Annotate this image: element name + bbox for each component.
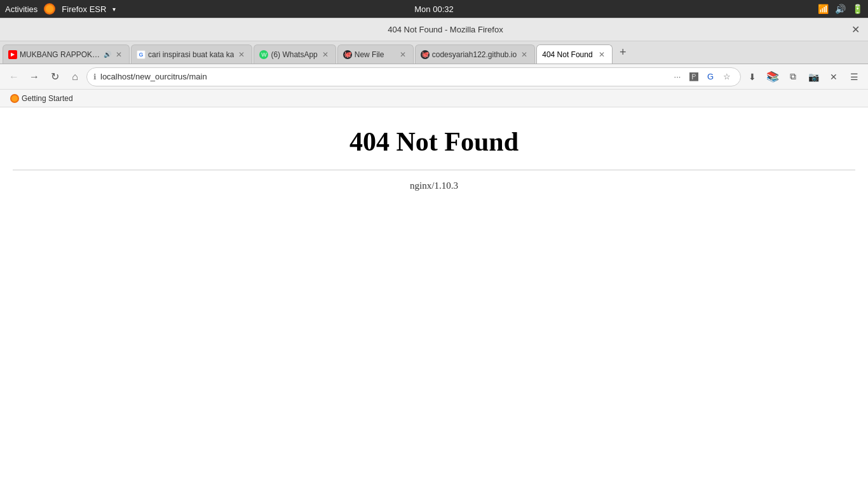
firefox-logo [44,3,55,15]
bookmark-label-getting-started: Getting Started [22,94,73,103]
error-title: 404 Not Found [349,126,519,157]
url-info-icon: ℹ [93,72,97,81]
tab-whatsapp[interactable]: W (6) WhatsApp ✕ [254,44,336,64]
browser-window: 404 Not Found - Mozilla Firefox ✕ ▶ MUKB… [0,18,868,488]
tab-close-mukbang[interactable]: ✕ [114,50,124,60]
volume-icon: 🔊 [835,4,846,14]
tab-close-404[interactable]: ✕ [597,50,607,60]
library-button[interactable]: 📚 [764,68,782,86]
tab-close-codesyariah[interactable]: ✕ [519,50,529,60]
tab-favicon-yt: ▶ [8,50,17,59]
tabs-bar: ▶ MUKBANG RAPPOKI M 🔊 ✕ G cari inspirasi… [0,41,868,64]
system-clock: Mon 00:32 [414,4,453,14]
tab-close-newfile[interactable]: ✕ [398,50,408,60]
screenshot-button[interactable]: 📷 [804,68,822,86]
url-text: localhost/new_ourcitrus/main [100,72,667,81]
tab-codesyariah[interactable]: 🐙 codesyariah122.github.io ✕ [415,44,535,64]
download-button[interactable]: ⬇ [743,68,761,86]
sidebar-toggle-button[interactable]: ⧉ [784,68,802,86]
bookmark-getting-started[interactable]: Getting Started [6,93,77,104]
new-tab-button[interactable]: + [614,44,632,62]
back-button[interactable]: ← [5,68,23,86]
home-button[interactable]: ⌂ [66,68,84,86]
bookmark-favicon-ff [10,94,19,103]
tab-favicon-whatsapp: W [259,50,268,59]
tab-favicon-gh: 🐙 [343,50,352,59]
error-divider [13,170,855,170]
url-more-button[interactable]: ··· [670,70,684,84]
nav-bar: ← → ↻ ⌂ ℹ localhost/new_ourcitrus/main ·… [0,64,868,90]
forward-button[interactable]: → [25,68,43,86]
browser-menu-arrow[interactable]: ▾ [112,6,116,13]
tab-close-whatsapp[interactable]: ✕ [320,50,330,60]
tab-google[interactable]: G cari inspirasi buat kata ka ✕ [131,44,252,64]
bookmark-star-button[interactable]: ☆ [720,70,734,84]
error-container: 404 Not Found nginx/1.10.3 [0,107,868,210]
bookmarks-bar: Getting Started [0,90,868,107]
tab-favicon-google: G [137,50,146,59]
browser-taskbar-label[interactable]: Firefox ESR [62,4,106,14]
os-taskbar: Activities Firefox ESR ▾ Mon 00:32 📶 🔊 🔋 [0,0,868,18]
close-synced-tabs-button[interactable]: ✕ [825,68,843,86]
title-bar: 404 Not Found - Mozilla Firefox ✕ [0,18,868,41]
url-bar[interactable]: ℹ localhost/new_ourcitrus/main ··· 🅿 G ☆ [86,67,741,86]
page-content: 404 Not Found nginx/1.10.3 [0,107,868,488]
tab-favicon-gh2: 🐙 [421,50,430,59]
menu-button[interactable]: ☰ [845,68,863,86]
tab-label-codesyariah: codesyariah122.github.io [432,50,517,59]
server-info: nginx/1.10.3 [410,180,458,191]
grammarly-button[interactable]: G [703,70,717,84]
window-close-button[interactable]: ✕ [848,22,863,37]
window-title: 404 Not Found - Mozilla Firefox [43,25,848,34]
activities-button[interactable]: Activities [5,4,37,14]
tab-newfile[interactable]: 🐙 New File ✕ [337,44,414,64]
battery-icon: 🔋 [852,4,863,14]
tab-label-google: cari inspirasi buat kata ka [148,50,234,59]
tab-label-whatsapp: (6) WhatsApp [271,50,317,59]
wifi-icon: 📶 [818,4,829,14]
tab-audio-icon-mukbang: 🔊 [104,51,111,58]
tab-label-newfile: New File [355,50,395,59]
tab-404[interactable]: 404 Not Found ✕ [536,44,613,64]
tab-label-404: 404 Not Found [542,50,594,59]
tab-mukbang[interactable]: ▶ MUKBANG RAPPOKI M 🔊 ✕ [3,44,130,64]
reload-button[interactable]: ↻ [46,68,64,86]
tab-close-google[interactable]: ✕ [236,50,247,60]
tab-label-mukbang: MUKBANG RAPPOKI M [20,50,101,59]
pocket-button[interactable]: 🅿 [687,70,701,84]
